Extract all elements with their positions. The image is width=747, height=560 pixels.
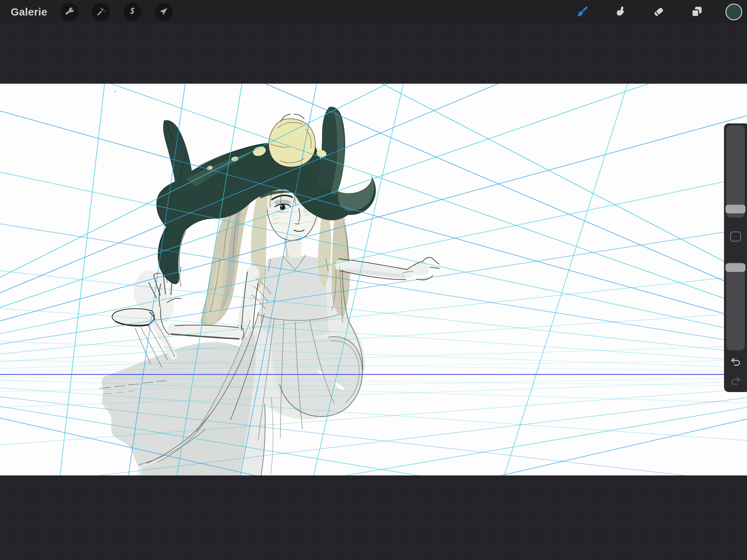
selection-button[interactable] <box>123 3 141 21</box>
transform-button[interactable] <box>155 3 173 21</box>
redo-icon <box>730 375 742 388</box>
guide-line <box>0 84 747 277</box>
eraser-icon <box>652 5 665 20</box>
smudge-button[interactable] <box>610 2 631 22</box>
guide-line <box>0 271 747 353</box>
guide-line <box>0 276 747 354</box>
top-toolbar: Galerie <box>0 0 747 24</box>
guide-line <box>60 84 105 476</box>
guide-line <box>0 172 747 333</box>
smudge-finger-icon <box>613 5 627 20</box>
undo-icon <box>730 356 742 369</box>
guide-line <box>0 346 747 368</box>
selection-s-icon <box>127 6 137 18</box>
tool-sidebar <box>724 123 747 392</box>
guide-line <box>0 116 747 321</box>
guide-line <box>0 177 747 334</box>
undo-button[interactable] <box>728 355 743 370</box>
magic-wand-icon <box>96 6 106 18</box>
guide-line <box>177 84 242 476</box>
guide-line <box>0 224 747 343</box>
guide-line <box>0 407 747 476</box>
paint-brush-icon <box>575 5 589 20</box>
drawing-canvas[interactable] <box>0 84 747 476</box>
guide-line <box>0 381 747 407</box>
redo-button[interactable] <box>728 375 743 389</box>
guide-line <box>0 389 747 445</box>
layers-icon <box>690 5 704 20</box>
workspace-background <box>0 24 747 560</box>
color-swatch[interactable] <box>725 4 742 20</box>
guide-line <box>0 419 747 476</box>
actions-button[interactable] <box>61 3 79 21</box>
brush-size-slider[interactable] <box>726 126 745 218</box>
guide-line <box>0 397 747 476</box>
guide-line <box>128 84 185 476</box>
guide-line <box>0 84 747 307</box>
eraser-button[interactable] <box>648 2 669 22</box>
opacity-thumb[interactable] <box>725 263 746 272</box>
brush-size-thumb[interactable] <box>725 205 746 213</box>
guide-line <box>0 388 747 440</box>
perspective-guides <box>0 84 747 476</box>
guide-line <box>0 308 747 361</box>
wrench-icon <box>65 6 75 18</box>
brush-button[interactable] <box>571 2 593 22</box>
opacity-slider[interactable] <box>726 262 745 350</box>
guide-line <box>505 84 627 476</box>
transform-arrow-icon <box>159 6 169 18</box>
layers-button[interactable] <box>686 2 707 22</box>
guide-line <box>0 380 747 403</box>
guide-line <box>0 84 747 293</box>
adjustments-button[interactable] <box>92 3 110 21</box>
gallery-button[interactable]: Galerie <box>11 6 47 18</box>
procreate-window: Galerie <box>0 0 747 560</box>
guide-line <box>0 84 747 306</box>
guide-line <box>0 84 747 291</box>
modify-button[interactable] <box>730 232 741 241</box>
